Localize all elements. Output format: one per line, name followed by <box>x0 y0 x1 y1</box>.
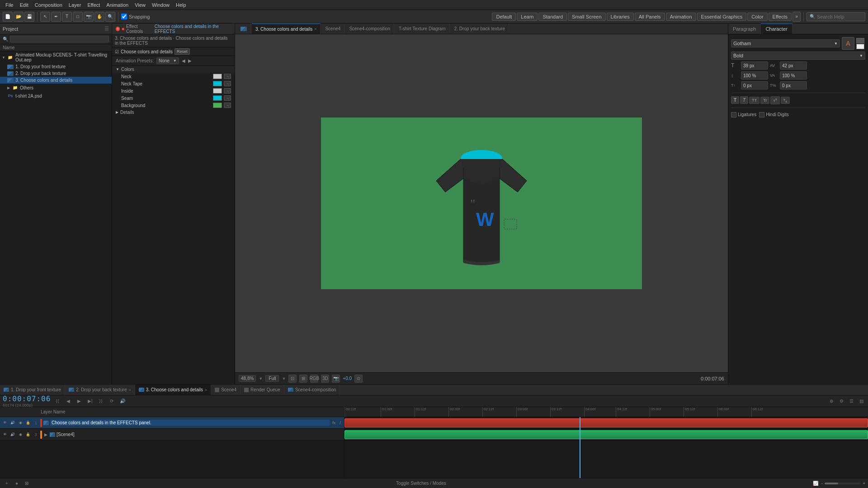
tl-frame-blend-btn[interactable]: ⊠ <box>23 479 31 488</box>
tl-tab-2-close[interactable]: × <box>128 388 131 392</box>
kerning-input[interactable] <box>780 61 807 70</box>
layer-1-vis-btn[interactable]: 👁 <box>2 420 8 426</box>
ws-libraries[interactable]: Libraries <box>607 13 634 21</box>
comp-tab-3-close[interactable]: × <box>314 27 316 31</box>
layer-2-lock-btn[interactable]: 🔒 <box>25 432 31 438</box>
background-color-swatch[interactable] <box>213 103 222 108</box>
comp-tab-3-choose[interactable]: 3. Choose colors and details × <box>252 23 321 34</box>
zoom-tool[interactable]: 🔍 <box>105 12 115 22</box>
hindi-digits-checkbox[interactable] <box>759 112 764 117</box>
tl-add-marker-btn[interactable]: + <box>3 479 11 488</box>
tl-transport-prev[interactable]: ◀ <box>64 397 72 405</box>
comp-tab-back-texture[interactable]: 2. Drop your back texture <box>451 23 509 34</box>
zoom-display[interactable]: 48,8% <box>239 375 256 382</box>
layer-2-audio-btn[interactable]: 🔊 <box>9 432 16 438</box>
zoom-out-icon[interactable]: - <box>821 481 823 486</box>
tl-loop-btn[interactable]: ⟳ <box>108 397 116 405</box>
ws-learn[interactable]: Learn <box>517 13 538 21</box>
layer-1-fx[interactable]: fx <box>331 421 337 425</box>
menu-composition[interactable]: Composition <box>32 1 65 9</box>
ws-default[interactable]: Default <box>492 13 516 21</box>
project-search-input[interactable] <box>10 36 109 42</box>
effect-fx-checkbox[interactable]: ☑ <box>115 49 119 54</box>
project-item-comp3[interactable]: 3. Choose colors and details <box>0 77 112 84</box>
ws-standard[interactable]: Standard <box>538 13 567 21</box>
layer-row-2[interactable]: 👁 🔊 ◉ 🔒 3 ▶ [Scene4] <box>0 429 344 441</box>
snapshot-btn[interactable]: 📷 <box>332 375 340 383</box>
tsume-input[interactable]: 0 px <box>780 81 807 89</box>
tl-transport-next[interactable]: ▶| <box>86 397 94 405</box>
clip-1-red[interactable] <box>344 418 868 427</box>
tl-tab-render-queue[interactable]: Render Queue <box>241 385 284 395</box>
zoom-slider-thumb[interactable] <box>825 483 838 484</box>
tl-new-comp-btn[interactable]: ⊕ <box>827 397 835 405</box>
tl-tab-scene4-comp[interactable]: Scene4-composition <box>284 385 340 395</box>
comp-tab-scene4[interactable]: Scene4 <box>321 23 344 34</box>
ws-essential-graphics[interactable]: Essential Graphics <box>697 13 747 21</box>
project-item-others[interactable]: ▶ 📁 Others <box>0 84 112 92</box>
3d-view-btn[interactable]: 3D <box>321 375 329 383</box>
ws-smallscreen[interactable]: Small Screen <box>568 13 605 21</box>
toggle-switches-label[interactable]: Toggle Switches / Modes <box>396 481 446 486</box>
region-of-interest-btn[interactable]: ⊡ <box>288 375 297 383</box>
baseline-input[interactable]: 0 px <box>741 81 768 89</box>
save-btn[interactable]: 💾 <box>24 12 34 22</box>
bg-swatch[interactable] <box>856 44 864 49</box>
anim-presets-dropdown[interactable]: None ▼ <box>156 57 179 64</box>
format-small-caps[interactable]: Tr <box>760 97 769 104</box>
tl-motion-blur-btn[interactable]: ● <box>13 479 21 488</box>
font-style-dropdown[interactable]: Bold ▼ <box>731 52 865 60</box>
anim-next-btn[interactable]: ▶ <box>188 58 192 63</box>
hand-tool[interactable]: ✋ <box>94 12 104 22</box>
menu-edit[interactable]: Edit <box>17 1 31 9</box>
tl-tab-2-back[interactable]: 2. Drop your back texture × <box>65 385 135 395</box>
leading-input[interactable]: 100 % <box>741 71 768 80</box>
seam-color-swatch[interactable] <box>213 95 222 101</box>
seam-color-arrow[interactable]: → <box>224 95 231 101</box>
layer-row-1[interactable]: 👁 🔊 ◉ 🔒 1 Choose colors and details in t… <box>0 417 344 429</box>
neck-tape-color-arrow[interactable]: → <box>224 81 231 86</box>
menu-help[interactable]: Help <box>173 1 189 9</box>
menu-animation[interactable]: Animation <box>104 1 131 9</box>
tab-paragraph[interactable]: Paragraph <box>728 23 761 34</box>
transparency-btn[interactable]: ⊞ <box>299 375 307 383</box>
menu-effect[interactable]: Effect <box>85 1 103 9</box>
tl-settings-btn[interactable]: ⚙ <box>837 397 845 405</box>
project-item-comp1[interactable]: 1. Drop your front texture <box>0 63 112 70</box>
project-item-comp2[interactable]: 2. Drop your back texture <box>0 70 112 77</box>
shape-tool[interactable]: □ <box>73 12 83 22</box>
font-size-input[interactable] <box>741 61 768 70</box>
tl-graph-editor-btn[interactable]: 📈 <box>811 479 820 488</box>
timeline-playhead[interactable] <box>580 417 580 478</box>
ws-effects[interactable]: Effects <box>769 13 792 21</box>
tl-guide-btn[interactable]: ▤ <box>857 397 865 405</box>
inside-color-swatch[interactable] <box>213 88 222 94</box>
comp-tab-scene4-comp[interactable]: Scene4-composition <box>345 23 394 34</box>
details-section-header[interactable]: ▶ Details <box>112 109 235 116</box>
layer-1-transform[interactable]: / <box>338 421 342 425</box>
format-sub[interactable]: Ts <box>781 97 790 104</box>
tracking-input[interactable]: 100 % <box>780 71 807 80</box>
reset-exposure-btn[interactable]: ⊙ <box>354 375 363 383</box>
channels-btn[interactable]: RGB <box>310 375 318 383</box>
reset-button[interactable]: Reset <box>175 48 190 55</box>
ws-allpanels[interactable]: All Panels <box>635 13 665 21</box>
text-tool[interactable]: T <box>62 12 72 22</box>
tl-mute-btn[interactable]: 🔊 <box>118 397 127 405</box>
comp-tab-texture-diagram[interactable]: T-shirt Texture Diagram <box>395 23 450 34</box>
fg-swatch[interactable] <box>856 38 864 43</box>
menu-view[interactable]: View <box>132 1 148 9</box>
effect-panel-close-btn[interactable]: × <box>116 27 120 31</box>
neck-color-arrow[interactable]: → <box>224 74 231 79</box>
clip-2-green[interactable] <box>344 430 868 439</box>
layer-2-expand-icon[interactable]: ▶ <box>44 432 47 437</box>
neck-tape-color-swatch[interactable] <box>213 81 222 86</box>
colors-section-header[interactable]: ▼ Colors <box>112 66 235 73</box>
tl-collapse-btn[interactable]: ☰ <box>847 397 855 405</box>
pen-tool[interactable]: ✒ <box>51 12 61 22</box>
effect-panel-link[interactable]: Choose colors and details in the EFFECTS <box>155 24 232 34</box>
timecode-display[interactable]: 0:00:07:06 <box>3 394 51 403</box>
ws-animation[interactable]: Animation <box>666 13 696 21</box>
layer-1-audio-btn[interactable]: 🔊 <box>9 420 16 426</box>
select-tool[interactable]: ↖ <box>40 12 50 22</box>
